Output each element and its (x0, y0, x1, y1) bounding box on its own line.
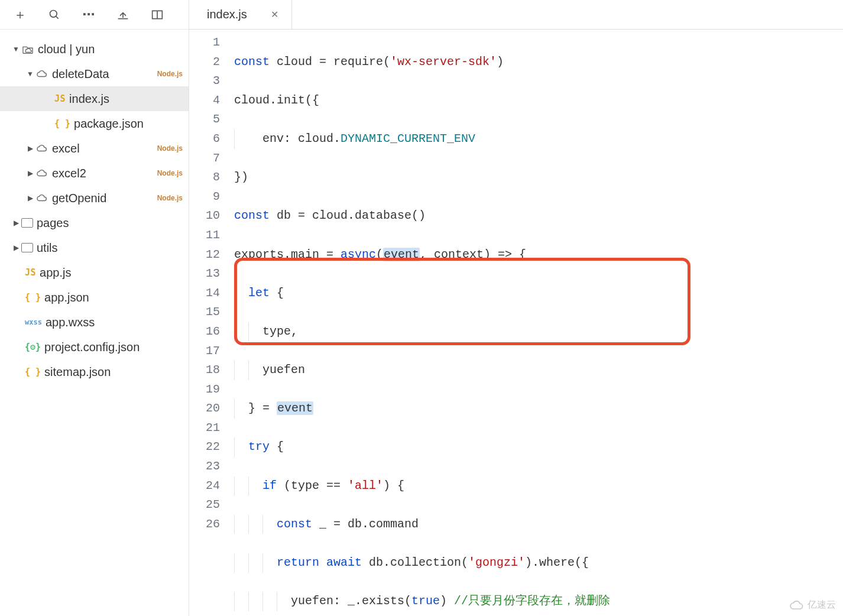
tree-label: utils (37, 241, 183, 255)
cloud-icon (789, 599, 805, 611)
nodejs-badge: Node.js (157, 70, 183, 78)
editor-tabs: index.js ✕ (189, 0, 843, 30)
caret-right-icon: ▶ (25, 194, 35, 202)
json-icon: { } (25, 367, 41, 377)
tree-label: deleteData (52, 67, 157, 81)
search-icon (48, 9, 60, 21)
tree-file-appjson[interactable]: { } app.json (0, 285, 189, 310)
tree-label: index.js (69, 92, 183, 106)
file-tree: ▼ cloud | yun ▼ deleteData Node.js JS in… (0, 30, 189, 616)
tree-label: app.wxss (46, 316, 183, 329)
tab-indexjs[interactable]: index.js ✕ (189, 0, 292, 29)
js-icon: JS (54, 93, 66, 104)
tree-label: cloud | yun (38, 43, 183, 56)
sidebar: ＋ ··· ▼ cloud | yun ▼ deleteData Node.js (0, 0, 189, 616)
nodejs-badge: Node.js (157, 169, 183, 177)
tree-label: excel (52, 142, 157, 155)
nodejs-badge: Node.js (157, 144, 183, 153)
tree-label: sitemap.json (44, 365, 183, 379)
cloud-fn-icon (35, 193, 48, 203)
tree-file-projectconfig[interactable]: {⚙} project.config.json (0, 335, 189, 359)
split-button[interactable] (143, 4, 171, 25)
tree-folder-excel2[interactable]: ▶ excel2 Node.js (0, 161, 189, 186)
json-icon: { } (25, 292, 41, 303)
cloud-fn-icon (35, 69, 48, 79)
tree-file-sitemap[interactable]: { } sitemap.json (0, 359, 189, 384)
tree-label: project.config.json (44, 341, 183, 354)
js-icon: JS (25, 267, 36, 278)
tree-label: app.js (40, 266, 183, 280)
tree-folder-pages[interactable]: ▶ pages (0, 210, 189, 235)
code-content: const cloud = require('wx-server-sdk') c… (231, 33, 843, 616)
tree-file-appjs[interactable]: JS app.js (0, 260, 189, 285)
folder-icon (21, 218, 33, 228)
caret-down-icon: ▼ (25, 70, 35, 78)
split-icon (151, 9, 163, 20)
caret-right-icon: ▶ (11, 219, 21, 227)
tree-file-indexjs[interactable]: JS index.js (0, 86, 189, 111)
tree-file-appwxss[interactable]: wxss app.wxss (0, 310, 189, 335)
tree-label: package.json (74, 117, 183, 131)
editor-area: index.js ✕ 12345678910111213141516171819… (189, 0, 843, 616)
tree-folder-getopenid[interactable]: ▶ getOpenid Node.js (0, 186, 189, 210)
tree-label: app.json (44, 291, 183, 304)
tree-folder-deletedata[interactable]: ▼ deleteData Node.js (0, 61, 189, 86)
wxss-icon: wxss (25, 318, 42, 326)
new-file-button[interactable]: ＋ (6, 4, 34, 25)
search-button[interactable] (40, 4, 69, 25)
tree-label: pages (37, 216, 183, 230)
line-gutter: 1234567891011121314151617181920212223242… (189, 33, 231, 616)
json-icon: { } (54, 118, 70, 129)
svg-line-1 (56, 16, 59, 18)
caret-right-icon: ▶ (25, 169, 35, 177)
svg-point-0 (50, 10, 57, 17)
tree-folder-utils[interactable]: ▶ utils (0, 235, 189, 260)
watermark: 亿速云 (789, 599, 836, 611)
caret-right-icon: ▶ (11, 244, 21, 252)
close-icon[interactable]: ✕ (271, 9, 278, 20)
tree-label: excel2 (52, 167, 157, 180)
folder-icon (21, 243, 33, 252)
config-icon: {⚙} (25, 342, 41, 352)
nodejs-badge: Node.js (157, 194, 183, 202)
sidebar-toolbar: ＋ ··· (0, 0, 189, 30)
cloud-folder-icon (21, 44, 34, 54)
cloud-fn-icon (35, 168, 48, 178)
code-editor[interactable]: 1234567891011121314151617181920212223242… (189, 30, 843, 616)
caret-down-icon: ▼ (11, 45, 21, 53)
tree-folder-excel[interactable]: ▶ excel Node.js (0, 136, 189, 161)
cloud-fn-icon (35, 144, 48, 153)
tab-title: index.js (207, 8, 247, 21)
collapse-button[interactable] (109, 4, 137, 25)
more-button[interactable]: ··· (74, 4, 103, 25)
collapse-icon (117, 9, 129, 20)
tree-label: getOpenid (52, 192, 157, 205)
caret-right-icon: ▶ (25, 144, 35, 153)
tree-folder-cloud[interactable]: ▼ cloud | yun (0, 37, 189, 61)
tree-file-packagejson[interactable]: { } package.json (0, 111, 189, 136)
